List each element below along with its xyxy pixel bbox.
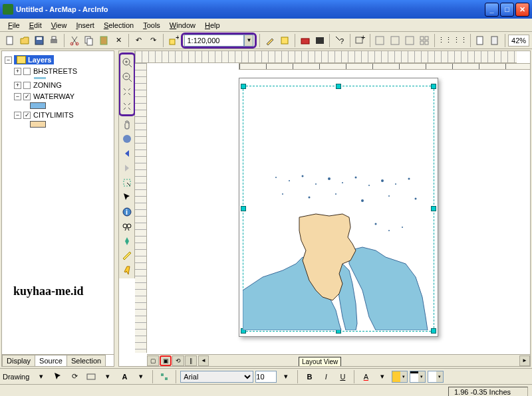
italic-button[interactable]: I [319,369,333,384]
layer-waterway[interactable]: WATERWAY [33,92,74,100]
layout-btn-2[interactable] [388,33,402,48]
check-zoning[interactable] [23,82,31,89]
bold-button[interactable]: B [302,369,317,384]
menu-edit[interactable]: Edit [25,21,46,30]
undo-button[interactable]: ↶ [132,33,146,48]
add-data-button[interactable]: + [166,33,180,48]
shape-dropdown[interactable]: ▾ [100,369,115,384]
data-view-button[interactable]: ▢ [147,355,159,366]
cut-button[interactable] [67,33,81,48]
minimize-button[interactable]: _ [485,3,499,17]
scroll-right-button[interactable]: ► [519,355,530,366]
font-color-button[interactable]: A [358,369,373,384]
handle-n[interactable] [336,84,341,89]
menu-selection[interactable]: Selection [100,21,138,30]
layer-zoning[interactable]: ZONING [33,81,62,89]
marker-color-button[interactable]: ▾ [428,371,444,383]
text-dropdown[interactable]: ▾ [134,369,148,384]
expand-bhstreets[interactable]: + [14,68,21,75]
handle-ne[interactable] [431,84,436,89]
copy-button[interactable] [82,33,96,48]
full-extent-icon[interactable] [120,132,134,146]
whats-this-button[interactable]: ? [332,33,346,48]
scroll-left-button[interactable]: ◄ [198,355,209,366]
identify-icon[interactable]: i [120,205,134,219]
select-tool-icon[interactable] [51,369,65,384]
layout-zoom[interactable]: 42% [508,35,529,47]
arc-catalog-button[interactable] [278,33,292,48]
hyperlink-icon[interactable] [120,264,134,277]
layout-btn-3[interactable] [402,33,416,48]
layer-citylimits[interactable]: CITYLIMITS [33,111,74,119]
handle-nw[interactable] [241,84,246,89]
maximize-button[interactable]: □ [500,3,514,17]
select-elements-icon[interactable] [120,191,134,204]
select-features-icon[interactable] [120,176,134,189]
expand-layers[interactable]: − [5,56,12,64]
text-tool-icon[interactable]: A [117,369,132,384]
find-icon[interactable] [120,220,134,233]
layout-btn-1[interactable] [373,33,387,48]
new-rect-button[interactable]: + [353,33,367,48]
expand-waterway[interactable]: − [14,93,21,100]
rectangle-tool-icon[interactable] [84,369,98,384]
fixed-zoom-out-icon[interactable] [120,100,134,113]
fill-color-button[interactable]: ▾ [392,371,408,383]
layout-view[interactable]: i [118,50,531,367]
open-button[interactable] [17,33,31,48]
zoom-in-icon[interactable] [120,56,134,69]
tab-source[interactable]: Source [35,355,67,366]
menu-insert[interactable]: Insert [72,21,98,30]
layer-bhstreets[interactable]: BHSTREETS [33,67,77,75]
dots-btn-2[interactable]: ⋮⋮ [453,33,467,48]
arctoolbox-button[interactable] [298,33,312,48]
edit-vertices-icon[interactable] [157,369,172,384]
pan-icon[interactable] [120,118,134,131]
check-bhstreets[interactable] [23,68,31,75]
layers-root[interactable]: Layers [14,55,54,64]
tab-display[interactable]: Display [2,355,35,366]
refresh-view-button[interactable]: ⟲ [172,355,184,366]
go-to-xy-icon[interactable] [120,235,134,248]
print-button[interactable] [47,33,61,48]
hscroll-track[interactable] [209,355,519,366]
toggle-draft-button[interactable] [488,33,502,48]
toc-tree[interactable]: − Layers + BHSTREETS + ZONING − ✓ WATERW… [2,51,114,354]
rotate-tool-icon[interactable]: ⟳ [67,369,82,384]
font-color-dropdown[interactable]: ▾ [375,369,390,384]
page-setup-button[interactable] [473,33,487,48]
line-color-button[interactable]: ▾ [410,371,426,383]
fixed-zoom-in-icon[interactable] [120,85,134,98]
font-size-input[interactable] [255,371,277,383]
back-icon[interactable] [120,147,134,160]
command-line-button[interactable] [313,33,327,48]
forward-icon[interactable] [120,161,134,175]
menu-window[interactable]: Window [166,21,200,30]
redo-button[interactable]: ↷ [146,33,160,48]
drawing-menu-dropdown[interactable]: ▾ [34,369,49,384]
scale-dropdown[interactable]: ▼ [244,35,253,47]
measure-icon[interactable] [120,249,134,262]
menu-help[interactable]: Help [201,21,224,30]
size-dropdown[interactable]: ▾ [279,369,293,384]
delete-button[interactable]: ✕ [112,33,126,48]
close-button[interactable]: ✕ [515,3,529,17]
menu-view[interactable]: View [47,21,71,30]
save-button[interactable] [32,33,46,48]
expand-citylimits[interactable]: − [14,112,21,119]
check-waterway[interactable]: ✓ [23,93,31,100]
underline-button[interactable]: U [335,369,350,384]
menu-tools[interactable]: Tools [139,21,164,30]
font-select[interactable]: Arial [180,371,253,383]
tab-selection[interactable]: Selection [66,355,106,366]
layout-grid-button[interactable] [417,33,431,48]
map-scale-input[interactable] [184,35,244,47]
new-button[interactable] [3,33,17,48]
paste-button[interactable] [96,33,110,48]
check-citylimits[interactable]: ✓ [23,112,31,119]
expand-zoning[interactable]: + [14,82,21,89]
editor-toolbar-button[interactable] [263,33,277,48]
pause-drawing-button[interactable]: ∥ [185,355,197,366]
zoom-out-icon[interactable] [120,70,134,84]
layout-view-button[interactable]: ▣ [160,355,172,366]
